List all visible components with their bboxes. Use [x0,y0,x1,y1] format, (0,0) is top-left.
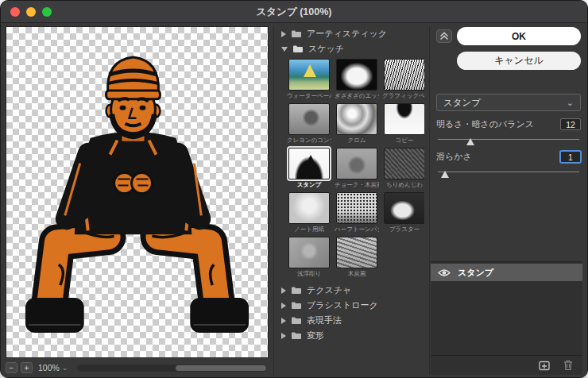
smoothness-slider-thumb[interactable] [441,171,449,178]
chevron-right-icon [281,333,286,339]
filter-thumb-image [336,237,377,268]
filter-thumb-conte-crayon[interactable]: クレヨンのコンテ画 [287,103,331,145]
filter-thumb-image [336,192,377,224]
settings-panel: OK キャンセル スタンプ ⌄ 明るさ・暗さのバランス 12 [429,26,582,375]
filter-thumb-label: クレヨンのコンテ画 [287,137,331,145]
filter-thumb-label: スタンプ [287,181,331,189]
zoom-out-button[interactable]: − [6,362,17,373]
chevron-down-icon [281,47,288,52]
chevron-down-icon: ⌄ [567,98,574,108]
filter-thumb-label: 木炭画 [335,270,379,278]
filter-thumb-image [384,148,424,179]
filter-thumb-image [288,59,330,91]
filter-thumb-chrome[interactable]: クロム [335,103,379,145]
filter-thumb-crumple[interactable]: ちりめんじわ [382,148,424,189]
category-artistic[interactable]: アーティスティック [277,26,424,41]
filter-thumbnail-grid: ウォーターペーパー ぎざぎざのエッジ グラフィックペン クレヨンのコンテ画 クロ… [277,56,424,283]
folder-icon [291,286,302,295]
filter-thumb-water-paper[interactable]: ウォーターペーパー [287,59,331,100]
category-label: ブラシストローク [307,299,378,311]
filter-thumb-image [384,192,424,224]
effect-layers-footer [431,355,582,375]
category-stylize[interactable]: 表現手法 [277,313,424,328]
filter-thumb-image [288,192,330,224]
filter-thumb-chalk-charcoal[interactable]: チョーク・木炭画 [335,148,379,189]
folder-icon [291,331,302,340]
delete-effect-layer-button[interactable] [563,360,573,371]
filter-thumb-label: チョーク・木炭画 [335,181,379,189]
balance-slider-track[interactable] [438,139,579,140]
chevron-down-icon: ⌄ [62,364,68,372]
chevron-right-icon [281,318,286,324]
balance-slider-thumb[interactable] [466,138,474,145]
filter-thumb-image [288,237,330,268]
new-effect-layer-button[interactable] [539,361,551,371]
filter-thumb-image [336,148,377,179]
filter-thumb-graphic-pen[interactable]: グラフィックペン [382,59,424,100]
preview-canvas[interactable] [6,26,269,358]
category-texture[interactable]: テクスチャ [277,283,424,298]
filter-thumb-image [288,103,330,135]
filter-dropdown-value: スタンプ [443,97,481,109]
visibility-eye-icon[interactable] [438,268,451,277]
filter-thumb-label: ぎざぎざのエッジ [335,92,379,100]
smoothness-label: 滑らかさ [436,151,472,163]
filter-thumb-label: プラスター [382,226,424,233]
effect-layer-label: スタンプ [458,267,493,279]
filter-thumb-note-paper[interactable]: ノート用紙 [287,192,331,233]
chevron-right-icon [281,303,286,309]
category-sketch[interactable]: スケッチ [277,41,424,56]
window-title: スタンプ (100%) [1,1,587,23]
zoom-level-value: 100% [38,363,60,372]
filter-category-column: アーティスティック スケッチ ウォーターペーパー ぎざぎざのエッジ [273,26,424,375]
stamp-preview-image [6,27,268,357]
smoothness-slider-group: 滑らかさ 1 [436,151,581,172]
filter-thumb-label: コピー [382,137,424,145]
ok-button[interactable]: OK [457,27,581,45]
chevron-right-icon [281,31,286,37]
cancel-button[interactable]: キャンセル [457,52,581,70]
smoothness-value-input[interactable]: 1 [560,151,581,163]
filter-thumb-label: ウォーターペーパー [287,92,331,100]
filter-thumb-image [336,103,377,135]
folder-icon [291,29,302,38]
filter-thumb-label: クロム [335,137,379,145]
balance-slider-group: 明るさ・暗さのバランス 12 [436,118,581,140]
horizontal-scrollbar[interactable] [77,364,267,372]
horizontal-scrollbar-thumb[interactable] [176,365,266,371]
filter-thumb-label: ちりめんじわ [382,181,424,189]
folder-icon [291,316,302,325]
collapse-panel-button[interactable] [436,29,452,43]
zoom-in-button[interactable]: + [21,362,33,373]
filter-thumb-photocopy[interactable]: コピー [382,103,424,145]
effect-layer-row[interactable]: スタンプ [431,264,582,281]
filter-thumb-image [384,103,424,135]
balance-label: 明るさ・暗さのバランス [436,118,534,130]
filter-thumb-label: グラフィックペン [382,92,424,100]
filter-thumb-halftone-pattern[interactable]: ハーフトーンパターン [335,192,379,233]
folder-icon [291,301,302,310]
category-label: テクスチャ [307,284,351,296]
filter-thumb-bas-relief[interactable]: 浅浮彫り [287,237,331,278]
zoom-level-dropdown[interactable]: 100% ⌄ [38,363,68,372]
smoothness-slider-track[interactable] [438,172,579,172]
filter-thumb-charcoal[interactable]: 木炭画 [335,237,379,278]
preview-footer: − + 100% ⌄ [6,361,269,375]
category-distort[interactable]: 変形 [277,328,424,343]
filter-thumb-stamp[interactable]: スタンプ [287,148,331,189]
filter-thumb-label: ノート用紙 [287,226,331,233]
filter-thumb-image [336,59,377,91]
filter-thumb-torn-edges[interactable]: ぎざぎざのエッジ [335,59,379,100]
filter-thumb-label: ハーフトーンパターン [335,226,379,233]
category-label: 変形 [307,330,324,341]
titlebar: スタンプ (100%) [1,1,587,23]
filter-options: 明るさ・暗さのバランス 12 滑らかさ 1 [436,118,581,183]
chevron-right-icon [281,287,286,294]
filter-dropdown[interactable]: スタンプ ⌄ [436,94,581,111]
filter-gallery-window: スタンプ (100%) [0,0,588,378]
category-label: スケッチ [308,43,344,55]
filter-thumb-image [384,59,424,91]
category-brush-strokes[interactable]: ブラシストローク [277,298,424,313]
filter-thumb-plaster[interactable]: プラスター [382,192,424,233]
balance-value-input[interactable]: 12 [560,118,581,130]
